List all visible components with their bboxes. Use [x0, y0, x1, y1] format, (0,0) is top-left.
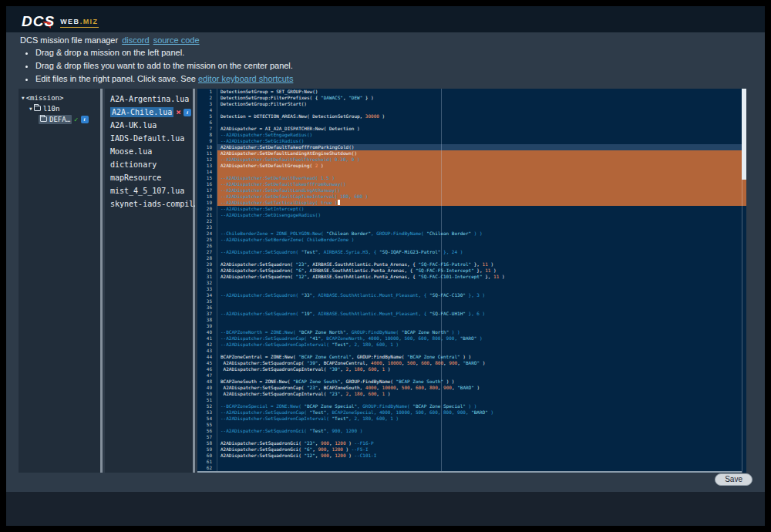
code-line-text[interactable]: --A2ADispatcher:SetSquadronGci( "Test", …	[217, 428, 746, 434]
code-line[interactable]: 57	[197, 434, 746, 440]
source-code-link[interactable]: source code	[153, 35, 200, 45]
code-line[interactable]: 39	[197, 323, 746, 329]
code-line-text[interactable]: --A2ADispatcher:SetDefaultCapTimeInterva…	[217, 194, 746, 200]
code-line[interactable]: 21--A2ADispatcher:SetDisengageRadius()	[197, 212, 746, 218]
code-line-text[interactable]	[217, 372, 746, 379]
code-line[interactable]: 37--A2ADispatcher:SetSquadron( "19", AIR…	[197, 311, 746, 317]
code-line[interactable]: 56--A2ADispatcher:SetSquadronGci( "Test"…	[197, 428, 746, 434]
code-line-text[interactable]: --A2ADispatcher:SetTacticalDisplay( true…	[217, 200, 746, 206]
code-line-text[interactable]	[217, 107, 746, 113]
file-list-scrollbar[interactable]	[193, 89, 195, 473]
code-line-text[interactable]: --A2ADispatcher:SetSquadronCap( "41", BC…	[217, 335, 746, 342]
code-line[interactable]: 18--A2ADispatcher:SetDefaultCapTimeInter…	[197, 194, 746, 200]
code-line-text[interactable]	[217, 286, 746, 292]
code-line-text[interactable]: A2ADispatcher:SetDefaultLandingAtEngineS…	[217, 150, 746, 157]
code-line[interactable]: 16--A2ADispatcher:SetDefaultTakeoffFromR…	[197, 181, 746, 187]
code-line[interactable]: 60A2ADispatcher:SetSquadronGci( "12", 90…	[197, 453, 746, 459]
code-line[interactable]: 19--A2ADispatcher:SetTacticalDisplay( tr…	[197, 200, 746, 206]
code-line[interactable]: 46 A2ADispatcher:SetSquadronCapInterval(…	[197, 366, 746, 372]
code-line[interactable]: 38	[197, 317, 746, 323]
code-line-text[interactable]: --ChileBorderZone = ZONE_POLYGON:New( "C…	[217, 231, 746, 237]
editor-shortcuts-link[interactable]: editor keyboard shortcuts	[198, 74, 294, 83]
file-item[interactable]: IADS-Default.lua	[105, 132, 195, 145]
code-line-text[interactable]: A2ADispatcher:SetSquadron( "23", AIRBASE…	[217, 261, 746, 268]
code-line[interactable]: 59A2ADispatcher:SetSquadronGci( "6", 900…	[197, 446, 746, 453]
code-line[interactable]: 49 A2ADispatcher:SetSquadronCap( "23", B…	[197, 385, 746, 391]
code-line-text[interactable]: BCAPZoneCentral = ZONE:New( "BCAP Zone C…	[217, 354, 746, 360]
tree-item-mission-root[interactable]: ▼ <mission>	[19, 93, 103, 103]
code-line[interactable]: 22	[197, 218, 746, 224]
close-file-icon[interactable]: ×	[176, 108, 181, 116]
code-line[interactable]: 27--A2ADispatcher:SetSquadron( "Test", A…	[197, 249, 746, 255]
code-line[interactable]: 9--A2ADispatcher:SetGciRadius()	[197, 138, 746, 144]
code-line-text[interactable]: --A2ADispatcher:SetBorderZone( ChileBord…	[217, 237, 746, 243]
code-line-text[interactable]: --A2ADispatcher:SetSquadronCap( "Test", …	[217, 409, 746, 416]
code-line-text[interactable]: --A2ADispatcher:SetDisengageRadius()	[217, 212, 746, 218]
file-item[interactable]: dictionary	[105, 158, 195, 171]
editor-hscrollbar[interactable]	[197, 471, 742, 473]
code-line-text[interactable]: A2ADispatcher:SetDefaultGrouping( 2 )	[217, 163, 746, 169]
code-line-text[interactable]: A2ADispatcher:SetSquadron( "6", AIRBASE.…	[217, 268, 746, 274]
file-item[interactable]: mapResource	[105, 171, 195, 184]
code-line-text[interactable]: --A2ADispatcher:SetSquadron( "33", AIRBA…	[217, 292, 746, 298]
code-line[interactable]: 52--BCAPZoneSpecial = ZONE:New( "BCAP Zo…	[197, 403, 746, 409]
info-icon[interactable]: i	[183, 109, 191, 116]
code-line[interactable]: 2DetectionSetGroup:FilterPrefixes( { "DA…	[197, 95, 746, 101]
code-line[interactable]: 15--A2ADispatcher:SetDefaultOverhead( 1.…	[197, 175, 746, 181]
code-line[interactable]: 55	[197, 422, 746, 428]
code-line[interactable]: 36	[197, 305, 746, 311]
code-line[interactable]: 25--A2ADispatcher:SetBorderZone( ChileBo…	[197, 237, 746, 243]
tree-item-l10n[interactable]: ▼ l10n	[19, 103, 103, 113]
code-line-text[interactable]: --BCAPZoneSpecial = ZONE:New( "BCAP Zone…	[217, 403, 746, 409]
code-line[interactable]: 61	[197, 459, 746, 465]
code-line-text[interactable]	[217, 243, 746, 249]
code-line[interactable]: 41--A2ADispatcher:SetSquadronCap( "41", …	[197, 335, 746, 342]
code-line-text[interactable]: A2ADispatcher:SetSquadronGci( "23", 900,…	[217, 440, 746, 446]
code-line-text[interactable]: A2ADispatcher:SetDefaultTakeoffFromParki…	[217, 144, 746, 150]
tree-item-default[interactable]: DEFA… ✓ i	[19, 114, 103, 124]
file-item[interactable]: A2A-Argentina.lua	[105, 93, 195, 106]
code-line-text[interactable]	[217, 218, 746, 224]
code-line-text[interactable]	[217, 317, 746, 323]
code-line-text[interactable]	[217, 305, 746, 311]
code-line[interactable]: 10A2ADispatcher:SetDefaultTakeoffFromPar…	[197, 144, 746, 150]
tree-scrollbar[interactable]	[100, 89, 103, 473]
code-line-text[interactable]	[217, 169, 746, 175]
file-item[interactable]: mist_4_5_107.lua	[105, 184, 195, 197]
editor-vscrollbar-thumb[interactable]	[742, 89, 746, 180]
code-line-text[interactable]	[217, 459, 746, 465]
code-line-text[interactable]	[217, 255, 746, 261]
code-line[interactable]: 7A2ADispatcher = AI_A2A_DISPATCHER:New( …	[197, 126, 746, 132]
code-line[interactable]: 3DetectionSetGroup:FilterStart()	[197, 101, 746, 107]
code-line-text[interactable]: Detection = DETECTION_AREAS:New( Detecti…	[217, 113, 746, 120]
code-line-text[interactable]: --A2ADispatcher:SetDefaultTakeoffFromRun…	[217, 181, 746, 187]
code-line-text[interactable]	[217, 434, 746, 440]
code-line[interactable]: 51	[197, 397, 746, 403]
code-line[interactable]: 20--A2ADispatcher:SetIntercept()	[197, 206, 746, 212]
code-line[interactable]: 30A2ADispatcher:SetSquadron( "6", AIRBAS…	[197, 268, 746, 274]
code-line[interactable]: 47	[197, 372, 746, 379]
save-button[interactable]: Save	[715, 473, 752, 486]
code-line[interactable]: 4	[197, 107, 746, 113]
code-line[interactable]: 26	[197, 243, 746, 249]
code-line-text[interactable]: A2ADispatcher:SetSquadronCapInterval( "3…	[217, 366, 746, 372]
code-line[interactable]: 14	[197, 169, 746, 175]
code-line[interactable]: 32	[197, 280, 746, 286]
code-line[interactable]: 29A2ADispatcher:SetSquadron( "23", AIRBA…	[197, 261, 746, 268]
code-line-text[interactable]: A2ADispatcher = AI_A2A_DISPATCHER:New( D…	[217, 126, 746, 132]
code-editor[interactable]: 1DetectionSetGroup = SET_GROUP:New()2Det…	[197, 89, 746, 473]
code-line-text[interactable]: --A2ADispatcher:SetIntercept()	[217, 206, 746, 212]
code-line-text[interactable]: --A2ADispatcher:SetDefaultFuelThreshold(…	[217, 157, 746, 163]
code-line-text[interactable]: A2ADispatcher:SetSquadron( "12", AIRBASE…	[217, 274, 746, 280]
code-line[interactable]: 11A2ADispatcher:SetDefaultLandingAtEngin…	[197, 150, 746, 157]
code-line[interactable]: 54--A2ADispatcher:SetSquadronCapInterval…	[197, 416, 746, 422]
code-line-text[interactable]: --A2ADispatcher:SetSquadron( "Test", AIR…	[217, 249, 746, 255]
code-line-text[interactable]	[217, 348, 746, 354]
code-line[interactable]: 8--A2ADispatcher:SetEngageRadius()	[197, 132, 746, 138]
code-line-text[interactable]: --A2ADispatcher:SetDefaultLandingAtRunwa…	[217, 187, 746, 194]
code-line[interactable]: 62	[197, 465, 746, 471]
code-line[interactable]: 44BCAPZoneCentral = ZONE:New( "BCAP Zone…	[197, 354, 746, 360]
code-line-text[interactable]: --A2ADispatcher:SetGciRadius()	[217, 138, 746, 144]
tree-selected-item[interactable]: DEFA…	[39, 115, 72, 124]
code-line-text[interactable]: --A2ADispatcher:SetDefaultOverhead( 1.5 …	[217, 175, 746, 181]
